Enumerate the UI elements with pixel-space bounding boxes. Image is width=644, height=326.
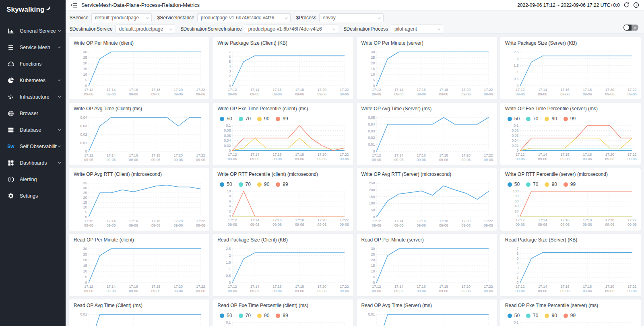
chart-plot[interactable]: 00.020.040.060.080.117:1209-0617:1409-06… — [504, 123, 637, 163]
refresh-icon[interactable] — [623, 2, 630, 8]
legend-item-p90[interactable]: 90 — [545, 182, 557, 187]
svg-text:17:14: 17:14 — [394, 88, 403, 92]
filter-select-process[interactable]: envoy — [319, 13, 384, 22]
svg-text:17:18: 17:18 — [295, 285, 304, 289]
chart-plot[interactable]: 00.010.020.030.0417:1209-0617:1409-0617:… — [73, 113, 205, 164]
svg-text:09-06: 09-06 — [107, 158, 116, 162]
svg-text:15: 15 — [371, 67, 375, 71]
legend-label: 90 — [264, 313, 269, 318]
chart-plot[interactable]: 0123456717:1209-0617:1409-0617:1609-0617… — [217, 48, 349, 99]
svg-text:09-06: 09-06 — [605, 157, 614, 161]
chart-legend: 50709099 — [217, 310, 349, 320]
chart-card: Read OP Per Minute (server)0510152025301… — [357, 234, 497, 296]
legend-item-p90[interactable]: 90 — [257, 182, 269, 187]
info-icon[interactable] — [633, 2, 639, 8]
chart-plot[interactable]: 05101520253017:1209-0617:1409-0617:1609-… — [73, 245, 205, 295]
chart-plot[interactable]: 05101520253017:1209-0617:1409-0617:1609-… — [73, 48, 205, 99]
chart-plot[interactable]: 0123456717:1209-0617:1409-0617:1609-0617… — [504, 245, 637, 295]
chart-title: Read Package Size (Server) (KB) — [504, 236, 637, 245]
chart-plot[interactable]: 00.020.040.060.080.117:1209-0617:1409-06… — [217, 320, 349, 326]
chart-plot[interactable]: 05101520253017:1209-0617:1409-0617:1609-… — [361, 245, 493, 295]
sidebar-item-alerting[interactable]: Alerting — [0, 171, 66, 188]
sw-icon: Sw — [7, 143, 14, 150]
legend-item-p90[interactable]: 90 — [257, 313, 269, 318]
legend-item-p90[interactable]: 90 — [545, 313, 557, 318]
chart-plot[interactable]: 0510152025303517:1209-0617:1409-0617:160… — [73, 179, 205, 230]
sidebar-item-kubernetes[interactable]: Kubernetes — [0, 72, 66, 89]
kubernetes-icon — [7, 77, 14, 84]
filter-select-destinationservice[interactable]: default::productpage — [116, 25, 175, 33]
filter-select-service[interactable]: default::productpage — [91, 13, 152, 22]
legend-item-p50[interactable]: 50 — [508, 116, 520, 122]
svg-text:30: 30 — [83, 247, 87, 251]
chart-plot[interactable]: 00.0117:1209-0617:1409-0617:1609-0617:18… — [361, 310, 493, 326]
legend-item-p90[interactable]: 90 — [257, 116, 269, 122]
legend-item-p99[interactable]: 99 — [276, 313, 288, 318]
chevron-down-icon — [57, 78, 62, 83]
time-range-picker[interactable]: 2022-09-06 17:12 ~ 2022-09-06 17:22 UTC+… — [517, 2, 620, 8]
legend-item-p99[interactable]: 99 — [564, 116, 576, 122]
filter-select-destinationprocess[interactable]: pilot-agent — [391, 25, 443, 33]
svg-text:17:22: 17:22 — [484, 153, 493, 157]
svg-text:20: 20 — [371, 258, 375, 262]
sidebar-item-label: Database — [20, 127, 41, 133]
svg-text:17:20: 17:20 — [605, 153, 614, 157]
sidebar-item-label: Kubernetes — [20, 78, 45, 83]
menu-fold-icon[interactable] — [70, 2, 77, 8]
chart-plot[interactable]: 00.020.040.060.080.117:1209-0617:1409-06… — [217, 123, 349, 163]
legend-item-p99[interactable]: 99 — [276, 116, 288, 122]
sidebar-item-browser[interactable]: Browser — [0, 105, 66, 122]
filter-select-serviceinstance[interactable]: productpage-v1-6b746f74dc-v4fz6 — [197, 13, 291, 22]
legend-item-p70[interactable]: 70 — [526, 182, 538, 187]
legend-item-p70[interactable]: 70 — [526, 116, 538, 122]
legend-item-p70[interactable]: 70 — [526, 313, 538, 318]
legend-item-p50[interactable]: 50 — [508, 313, 520, 318]
sidebar-item-dashboards[interactable]: Dashboards — [0, 155, 66, 171]
legend-item-p70[interactable]: 70 — [239, 313, 251, 318]
svg-text:17:16: 17:16 — [273, 153, 282, 157]
legend-item-p99[interactable]: 99 — [564, 313, 576, 318]
chart-card: Read OP Exe Time Percentile (client) (ms… — [213, 299, 353, 326]
sidebar-item-infrastructure[interactable]: Infrastructure — [0, 89, 66, 105]
sidebar-item-self-observability[interactable]: SwSelf Observability — [0, 138, 66, 155]
sidebar-item-settings[interactable]: Settings — [0, 188, 66, 204]
svg-text:15: 15 — [83, 67, 87, 71]
version-toggle[interactable]: V — [623, 25, 638, 31]
svg-text:2.5: 2.5 — [514, 50, 518, 54]
svg-text:17:18: 17:18 — [439, 88, 448, 92]
chart-plot[interactable]: 00.020.040.060.080.117:1209-0617:1409-06… — [504, 320, 637, 326]
legend-item-p50[interactable]: 50 — [508, 182, 520, 187]
sidebar-item-functions[interactable]: Functions — [0, 56, 66, 72]
svg-text:17:18: 17:18 — [295, 153, 304, 157]
svg-text:60: 60 — [514, 199, 518, 203]
chart-title: Write OP Exe Time Percentile (server) (m… — [504, 105, 637, 113]
chart-plot[interactable]: 05010015020025017:1209-0617:1409-0617:16… — [361, 179, 493, 230]
legend-item-p70[interactable]: 70 — [239, 116, 251, 122]
sidebar-item-database[interactable]: Database — [0, 122, 66, 138]
legend-item-p90[interactable]: 90 — [545, 116, 557, 122]
legend-item-p50[interactable]: 50 — [220, 313, 232, 318]
chart-plot[interactable]: 02040608010017:1209-0617:1409-0617:1609-… — [504, 189, 637, 229]
chart-plot[interactable]: 05101520253017:1209-0617:1409-0617:1609-… — [361, 48, 493, 99]
svg-text:09-06: 09-06 — [228, 223, 237, 227]
sidebar-item-service-mesh[interactable]: Service Mesh — [0, 39, 66, 56]
skywalking-logo[interactable]: Skywalking — [0, 0, 66, 14]
svg-text:0: 0 — [516, 214, 518, 218]
svg-text:09-06: 09-06 — [295, 157, 304, 161]
chart-plot[interactable]: 00.511.522.517:1209-0617:1409-0617:1609-… — [217, 245, 349, 295]
legend-item-p50[interactable]: 50 — [220, 116, 232, 122]
legend-item-p70[interactable]: 70 — [239, 182, 251, 187]
legend-item-p50[interactable]: 50 — [220, 182, 232, 187]
chart-plot[interactable]: 00.0117:1209-0617:1409-0617:1609-0617:18… — [73, 310, 205, 326]
filter-select-destinationserviceinstance[interactable]: productpage-v1-6b746f74dc-v4fz6 — [245, 25, 338, 33]
chart-plot[interactable]: 00.010.020.030.040.0517:1209-0617:1409-0… — [361, 113, 493, 164]
chart-title: Write OP Avg RTT (Client) (microsecond) — [73, 171, 205, 179]
sidebar-item-general-service[interactable]: General Service — [0, 23, 66, 39]
chart-plot[interactable]: 00.511.522.517:1209-0617:1409-0617:1609-… — [504, 48, 637, 99]
svg-text:09-06: 09-06 — [129, 223, 138, 227]
legend-item-p99[interactable]: 99 — [276, 182, 288, 187]
legend-item-p99[interactable]: 99 — [564, 182, 576, 187]
chart-plot[interactable]: 024681017:1209-0617:1409-0617:1609-0617:… — [217, 189, 349, 229]
filter-destinationserviceinstance: $DestinationServiceInstanceproductpage-v… — [181, 25, 338, 33]
legend-label: 70 — [533, 313, 538, 318]
